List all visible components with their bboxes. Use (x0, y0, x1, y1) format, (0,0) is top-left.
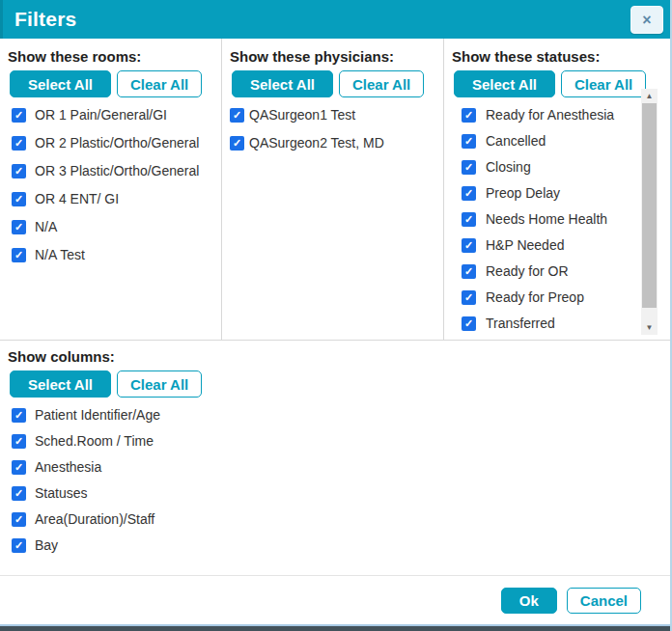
checkbox[interactable]: ✓ (230, 136, 244, 151)
checkbox[interactable]: ✓ (462, 316, 476, 331)
checkbox-label: Sched.Room / Time (35, 433, 154, 449)
checkbox-item[interactable]: ✓Preop Delay (462, 185, 670, 201)
columns-section-title: Show columns: (8, 348, 670, 365)
checkbox-item[interactable]: ✓Statuses (12, 485, 670, 501)
checkbox-label: Anesthesia (35, 459, 101, 475)
columns-section: Show columns: Select All Clear All ✓Pati… (0, 341, 670, 575)
checkbox[interactable]: ✓ (462, 186, 476, 201)
checkbox[interactable]: ✓ (12, 136, 26, 151)
physicians-section: Show these physicians: Select All Clear … (222, 39, 444, 340)
rooms-clear-all-button[interactable]: Clear All (117, 70, 202, 97)
statuses-button-row: Select All Clear All (454, 70, 670, 97)
checkbox-item[interactable]: ✓Cancelled (462, 133, 670, 149)
checkbox-item[interactable]: ✓H&P Needed (462, 237, 670, 253)
checkbox-item[interactable]: ✓Ready for Preop (462, 289, 670, 305)
checkbox[interactable]: ✓ (462, 108, 476, 123)
columns-clear-all-button[interactable]: Clear All (117, 370, 202, 398)
checkbox[interactable]: ✓ (12, 192, 26, 206)
checkbox-label: N/A Test (35, 247, 85, 262)
statuses-scrollbar[interactable]: ▲ ▼ (641, 89, 658, 335)
checkbox-item[interactable]: ✓Closing (462, 159, 670, 175)
cancel-button[interactable]: Cancel (567, 588, 641, 614)
columns-checkbox-list: ✓Patient Identifier/Age✓Sched.Room / Tim… (8, 407, 670, 553)
scrollbar-down-icon[interactable]: ▼ (641, 320, 658, 335)
checkbox-label: Patient Identifier/Age (35, 407, 160, 423)
checkbox[interactable]: ✓ (462, 264, 476, 279)
checkbox[interactable]: ✓ (12, 248, 26, 262)
checkbox-label: N/A (35, 219, 57, 234)
checkbox-label: OR 2 Plastic/Ortho/General (35, 135, 199, 151)
columns-select-all-button[interactable]: Select All (10, 370, 111, 398)
checkbox-label: Bay (35, 537, 58, 553)
checkbox-label: Statuses (35, 485, 87, 501)
checkbox[interactable]: ✓ (462, 290, 476, 305)
rooms-section: Show these rooms: Select All Clear All ✓… (0, 39, 222, 340)
checkbox[interactable]: ✓ (12, 408, 26, 423)
checkbox-item[interactable]: ✓Ready for OR (462, 263, 670, 279)
checkbox-label: H&P Needed (486, 237, 564, 253)
checkbox-label: OR 3 Plastic/Ortho/General (35, 163, 199, 178)
checkbox[interactable]: ✓ (12, 434, 26, 449)
checkbox-label: Transferred (486, 316, 555, 331)
scrollbar-thumb[interactable] (642, 103, 657, 308)
checkbox-label: Ready for OR (486, 263, 569, 279)
rooms-select-all-button[interactable]: Select All (10, 70, 111, 97)
checkbox-label: Preop Delay (486, 185, 560, 201)
checkbox[interactable]: ✓ (12, 220, 26, 234)
checkbox-item[interactable]: ✓Sched.Room / Time (12, 433, 670, 449)
checkbox[interactable]: ✓ (12, 460, 26, 475)
checkbox-item[interactable]: ✓Ready for Anesthesia (462, 107, 670, 123)
checkbox-label: OR 1 Pain/General/GI (35, 107, 167, 123)
scrollbar-up-icon[interactable]: ▲ (641, 89, 658, 103)
checkbox-label: QASurgeon1 Test (249, 107, 355, 123)
statuses-checkbox-list: ✓Ready for Anesthesia✓Cancelled✓Closing✓… (452, 107, 670, 331)
dialog-header: Filters × (0, 0, 670, 39)
physicians-clear-all-button[interactable]: Clear All (339, 70, 424, 97)
checkbox-label: Closing (486, 159, 531, 175)
checkbox-item[interactable]: ✓Patient Identifier/Age (12, 407, 670, 423)
checkbox-label: Area(Duration)/Staff (35, 511, 154, 527)
checkbox[interactable]: ✓ (12, 108, 26, 123)
checkbox[interactable]: ✓ (462, 212, 476, 227)
dialog-footer: Ok Cancel (0, 575, 670, 624)
close-icon[interactable]: × (630, 6, 663, 34)
checkbox-label: QASurgeon2 Test, MD (249, 135, 384, 151)
checkbox-item[interactable]: ✓OR 1 Pain/General/GI (12, 107, 221, 123)
checkbox-item[interactable]: ✓Needs Home Health (462, 211, 670, 227)
checkbox-label: Needs Home Health (486, 211, 607, 227)
statuses-clear-all-button[interactable]: Clear All (561, 70, 646, 97)
physicians-select-all-button[interactable]: Select All (232, 70, 333, 97)
checkbox-label: Ready for Preop (486, 289, 584, 305)
filters-dialog: Filters × Show these rooms: Select All C… (0, 0, 672, 631)
checkbox-item[interactable]: ✓QASurgeon2 Test, MD (230, 135, 443, 151)
checkbox-item[interactable]: ✓OR 2 Plastic/Ortho/General (12, 135, 221, 151)
statuses-section-title: Show these statuses: (452, 48, 670, 65)
checkbox-item[interactable]: ✓Anesthesia (12, 459, 670, 475)
checkbox-item[interactable]: ✓OR 4 ENT/ GI (12, 191, 221, 206)
checkbox-item[interactable]: ✓OR 3 Plastic/Ortho/General (12, 163, 221, 178)
checkbox-item[interactable]: ✓QASurgeon1 Test (230, 107, 443, 123)
checkbox-item[interactable]: ✓N/A Test (12, 247, 221, 262)
rooms-button-row: Select All Clear All (10, 70, 221, 97)
checkbox[interactable]: ✓ (462, 134, 476, 149)
rooms-section-title: Show these rooms: (8, 48, 221, 65)
checkbox[interactable]: ✓ (230, 108, 244, 123)
physicians-button-row: Select All Clear All (232, 70, 443, 97)
checkbox-label: Cancelled (486, 133, 546, 149)
ok-button[interactable]: Ok (501, 588, 557, 614)
checkbox-item[interactable]: ✓Bay (12, 537, 670, 553)
physicians-checkbox-list: ✓QASurgeon1 Test✓QASurgeon2 Test, MD (230, 107, 443, 151)
checkbox-item[interactable]: ✓Transferred (462, 316, 670, 331)
filter-columns: Show these rooms: Select All Clear All ✓… (0, 39, 670, 341)
checkbox[interactable]: ✓ (12, 512, 26, 527)
checkbox[interactable]: ✓ (12, 538, 26, 553)
checkbox[interactable]: ✓ (462, 238, 476, 253)
checkbox-item[interactable]: ✓N/A (12, 219, 221, 234)
checkbox-label: OR 4 ENT/ GI (35, 191, 119, 206)
checkbox[interactable]: ✓ (12, 486, 26, 501)
dialog-title: Filters (14, 8, 76, 31)
checkbox-item[interactable]: ✓Area(Duration)/Staff (12, 511, 670, 527)
checkbox[interactable]: ✓ (12, 164, 26, 178)
statuses-select-all-button[interactable]: Select All (454, 70, 555, 97)
checkbox[interactable]: ✓ (462, 160, 476, 175)
